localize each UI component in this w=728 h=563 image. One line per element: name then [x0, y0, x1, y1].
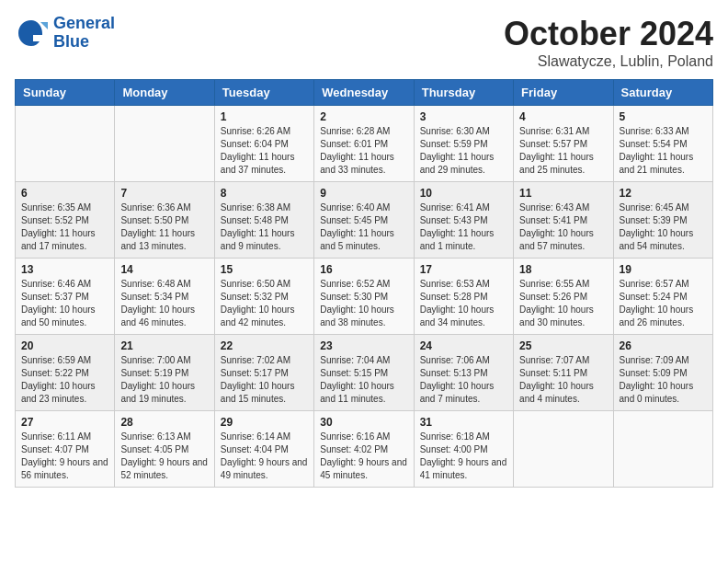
day-number: 27 [21, 416, 108, 429]
calendar-cell: 10Sunrise: 6:41 AM Sunset: 5:43 PM Dayli… [414, 182, 513, 259]
day-content: Sunrise: 6:46 AM Sunset: 5:37 PM Dayligh… [21, 278, 108, 329]
calendar-cell: 26Sunrise: 7:09 AM Sunset: 5:09 PM Dayli… [613, 335, 712, 411]
calendar-cell: 12Sunrise: 6:45 AM Sunset: 5:39 PM Dayli… [613, 182, 712, 259]
calendar-cell: 7Sunrise: 6:36 AM Sunset: 5:50 PM Daylig… [115, 182, 214, 259]
day-content: Sunrise: 6:59 AM Sunset: 5:22 PM Dayligh… [21, 354, 108, 406]
calendar-cell [514, 411, 613, 488]
day-content: Sunrise: 7:07 AM Sunset: 5:11 PM Dayligh… [519, 354, 607, 406]
calendar-cell: 15Sunrise: 6:50 AM Sunset: 5:32 PM Dayli… [214, 259, 313, 335]
day-content: Sunrise: 6:14 AM Sunset: 4:04 PM Dayligh… [221, 431, 308, 482]
day-content: Sunrise: 6:18 AM Sunset: 4:00 PM Dayligh… [420, 431, 507, 482]
day-number: 22 [221, 339, 308, 352]
day-content: Sunrise: 6:53 AM Sunset: 5:28 PM Dayligh… [420, 278, 507, 329]
day-content: Sunrise: 6:35 AM Sunset: 5:52 PM Dayligh… [21, 201, 108, 253]
day-header-thursday: Thursday [414, 80, 513, 106]
day-content: Sunrise: 7:02 AM Sunset: 5:17 PM Dayligh… [221, 354, 308, 406]
day-content: Sunrise: 6:57 AM Sunset: 5:24 PM Dayligh… [620, 278, 707, 329]
day-header-tuesday: Tuesday [214, 80, 313, 106]
day-content: Sunrise: 7:04 AM Sunset: 5:15 PM Dayligh… [320, 354, 407, 406]
day-number: 12 [620, 187, 707, 200]
day-content: Sunrise: 6:48 AM Sunset: 5:34 PM Dayligh… [120, 278, 208, 329]
calendar-cell: 1Sunrise: 6:26 AM Sunset: 6:04 PM Daylig… [214, 106, 313, 182]
day-number: 21 [120, 339, 208, 352]
days-header-row: SundayMondayTuesdayWednesdayThursdayFrid… [16, 80, 713, 106]
calendar-cell: 24Sunrise: 7:06 AM Sunset: 5:13 PM Dayli… [414, 335, 513, 411]
calendar-cell: 29Sunrise: 6:14 AM Sunset: 4:04 PM Dayli… [214, 411, 313, 488]
week-row-2: 6Sunrise: 6:35 AM Sunset: 5:52 PM Daylig… [16, 182, 713, 259]
day-number: 29 [221, 416, 308, 429]
calendar-cell: 5Sunrise: 6:33 AM Sunset: 5:54 PM Daylig… [613, 106, 712, 182]
day-content: Sunrise: 6:55 AM Sunset: 5:26 PM Dayligh… [519, 278, 607, 329]
day-number: 14 [120, 263, 208, 276]
day-number: 15 [221, 263, 308, 276]
calendar-cell: 13Sunrise: 6:46 AM Sunset: 5:37 PM Dayli… [16, 259, 115, 335]
day-content: Sunrise: 6:13 AM Sunset: 4:05 PM Dayligh… [120, 431, 208, 482]
calendar-cell [115, 106, 214, 182]
calendar-cell [613, 411, 712, 488]
day-number: 28 [120, 416, 208, 429]
calendar-cell: 31Sunrise: 6:18 AM Sunset: 4:00 PM Dayli… [414, 411, 513, 488]
day-number: 4 [519, 110, 607, 123]
calendar-cell: 3Sunrise: 6:30 AM Sunset: 5:59 PM Daylig… [414, 106, 513, 182]
day-number: 3 [420, 110, 507, 123]
day-number: 25 [519, 339, 607, 352]
day-number: 31 [420, 416, 507, 429]
day-number: 1 [221, 110, 308, 123]
day-content: Sunrise: 6:43 AM Sunset: 5:41 PM Dayligh… [519, 201, 607, 253]
calendar-cell: 28Sunrise: 6:13 AM Sunset: 4:05 PM Dayli… [115, 411, 214, 488]
day-content: Sunrise: 6:45 AM Sunset: 5:39 PM Dayligh… [620, 201, 707, 253]
day-number: 30 [320, 416, 407, 429]
week-row-5: 27Sunrise: 6:11 AM Sunset: 4:07 PM Dayli… [16, 411, 713, 488]
calendar-cell [16, 106, 115, 182]
calendar-table: SundayMondayTuesdayWednesdayThursdayFrid… [15, 79, 713, 488]
calendar-cell: 4Sunrise: 6:31 AM Sunset: 5:57 PM Daylig… [514, 106, 613, 182]
day-header-wednesday: Wednesday [314, 80, 414, 106]
calendar-cell: 9Sunrise: 6:40 AM Sunset: 5:45 PM Daylig… [314, 182, 414, 259]
day-content: Sunrise: 6:11 AM Sunset: 4:07 PM Dayligh… [21, 431, 108, 482]
logo-line2: Blue [53, 33, 115, 52]
calendar-cell: 30Sunrise: 6:16 AM Sunset: 4:02 PM Dayli… [314, 411, 414, 488]
logo-icon [15, 17, 48, 50]
day-number: 2 [320, 110, 407, 123]
day-content: Sunrise: 6:52 AM Sunset: 5:30 PM Dayligh… [320, 278, 407, 329]
week-row-1: 1Sunrise: 6:26 AM Sunset: 6:04 PM Daylig… [16, 106, 713, 182]
calendar-cell: 18Sunrise: 6:55 AM Sunset: 5:26 PM Dayli… [514, 259, 613, 335]
calendar-cell: 21Sunrise: 7:00 AM Sunset: 5:19 PM Dayli… [115, 335, 214, 411]
calendar-cell: 22Sunrise: 7:02 AM Sunset: 5:17 PM Dayli… [214, 335, 313, 411]
subtitle: Slawatycze, Lublin, Poland [504, 53, 713, 70]
day-content: Sunrise: 6:38 AM Sunset: 5:48 PM Dayligh… [221, 201, 308, 253]
day-content: Sunrise: 6:28 AM Sunset: 6:01 PM Dayligh… [320, 125, 407, 177]
day-content: Sunrise: 6:50 AM Sunset: 5:32 PM Dayligh… [221, 278, 308, 329]
calendar-cell: 14Sunrise: 6:48 AM Sunset: 5:34 PM Dayli… [115, 259, 214, 335]
week-row-4: 20Sunrise: 6:59 AM Sunset: 5:22 PM Dayli… [16, 335, 713, 411]
day-content: Sunrise: 7:00 AM Sunset: 5:19 PM Dayligh… [120, 354, 208, 406]
day-content: Sunrise: 6:36 AM Sunset: 5:50 PM Dayligh… [120, 201, 208, 253]
calendar-cell: 2Sunrise: 6:28 AM Sunset: 6:01 PM Daylig… [314, 106, 414, 182]
day-number: 19 [620, 263, 707, 276]
day-number: 18 [519, 263, 607, 276]
day-number: 20 [21, 339, 108, 352]
header: General Blue October 2024 Slawatycze, Lu… [15, 15, 713, 70]
title-area: October 2024 Slawatycze, Lublin, Poland [504, 15, 713, 70]
calendar-cell: 6Sunrise: 6:35 AM Sunset: 5:52 PM Daylig… [16, 182, 115, 259]
week-row-3: 13Sunrise: 6:46 AM Sunset: 5:37 PM Dayli… [16, 259, 713, 335]
day-content: Sunrise: 6:40 AM Sunset: 5:45 PM Dayligh… [320, 201, 407, 253]
day-number: 16 [320, 263, 407, 276]
day-content: Sunrise: 6:16 AM Sunset: 4:02 PM Dayligh… [320, 431, 407, 482]
day-content: Sunrise: 6:33 AM Sunset: 5:54 PM Dayligh… [620, 125, 707, 177]
day-number: 23 [320, 339, 407, 352]
day-content: Sunrise: 6:31 AM Sunset: 5:57 PM Dayligh… [519, 125, 607, 177]
day-number: 13 [21, 263, 108, 276]
day-number: 8 [221, 187, 308, 200]
day-number: 24 [420, 339, 507, 352]
day-content: Sunrise: 6:41 AM Sunset: 5:43 PM Dayligh… [420, 201, 507, 253]
calendar-cell: 23Sunrise: 7:04 AM Sunset: 5:15 PM Dayli… [314, 335, 414, 411]
calendar-cell: 19Sunrise: 6:57 AM Sunset: 5:24 PM Dayli… [613, 259, 712, 335]
calendar-cell: 8Sunrise: 6:38 AM Sunset: 5:48 PM Daylig… [214, 182, 313, 259]
day-header-friday: Friday [514, 80, 613, 106]
day-number: 10 [420, 187, 507, 200]
day-number: 26 [620, 339, 707, 352]
calendar-cell: 25Sunrise: 7:07 AM Sunset: 5:11 PM Dayli… [514, 335, 613, 411]
day-header-monday: Monday [115, 80, 214, 106]
day-number: 11 [519, 187, 607, 200]
